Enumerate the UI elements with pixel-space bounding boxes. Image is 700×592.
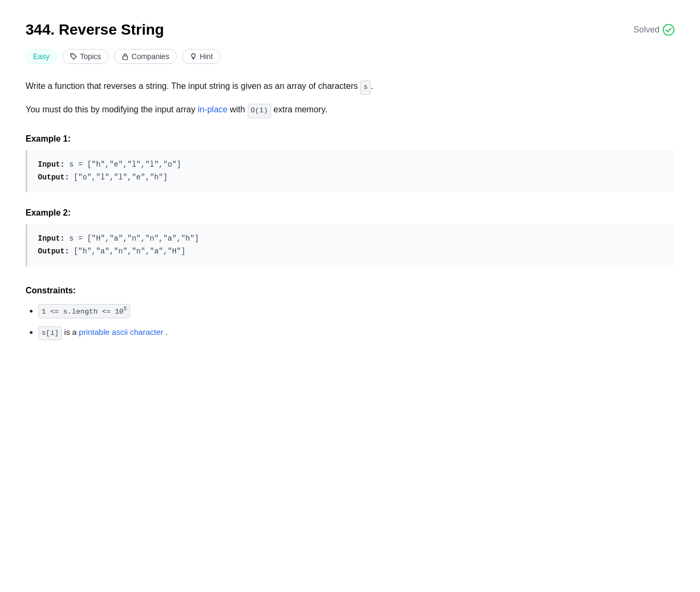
tag-icon (70, 53, 77, 60)
lock-icon (121, 53, 129, 60)
constraint-item-1: 1 <= s.length <= 105 (38, 304, 674, 318)
lightbulb-icon (190, 53, 197, 60)
printable-ascii-link[interactable]: printable ascii character (79, 327, 163, 336)
problem-description: Write a function that reverses a string.… (26, 79, 674, 118)
constraint-2-code: s[i] (38, 326, 62, 340)
constraint-list: 1 <= s.length <= 105 s[i] is a printable… (26, 304, 674, 340)
problem-header: 344. Reverse String Solved (26, 21, 674, 38)
svg-point-1 (72, 55, 73, 56)
svg-rect-2 (123, 56, 127, 60)
example-1-title: Example 1: (26, 134, 674, 144)
tag-topics[interactable]: Topics (62, 49, 109, 64)
tags-row: Easy Topics Companies Hint (26, 49, 674, 64)
constraint-1-code: 1 <= s.length <= 105 (38, 304, 130, 318)
solved-label: Solved (633, 25, 660, 35)
example-2-title: Example 2: (26, 208, 674, 218)
example-1-code: Input: s = ["h","e","l","l","o"] Output:… (26, 150, 674, 193)
hint-label: Hint (200, 52, 213, 61)
solved-check-icon (663, 24, 674, 36)
tag-hint[interactable]: Hint (182, 49, 221, 64)
svg-point-0 (663, 24, 674, 35)
constraints-section: Constraints: 1 <= s.length <= 105 s[i] i… (26, 286, 674, 340)
description-line2: You must do this by modifying the input … (26, 102, 674, 118)
example-1: Example 1: Input: s = ["h","e","l","l","… (26, 134, 674, 193)
problem-number: 344. (26, 21, 55, 38)
topics-label: Topics (80, 52, 101, 61)
example-2: Example 2: Input: s = ["H","a","n","n","… (26, 208, 674, 267)
problem-title: 344. Reverse String (26, 21, 164, 38)
easy-label: Easy (33, 52, 50, 61)
code-o1: O(1) (248, 104, 271, 118)
tag-companies[interactable]: Companies (114, 49, 177, 64)
in-place-link[interactable]: in-place (198, 105, 227, 114)
description-line1: Write a function that reverses a string.… (26, 79, 674, 95)
solved-badge: Solved (633, 24, 674, 36)
constraints-title: Constraints: (26, 286, 674, 295)
example-2-code: Input: s = ["H","a","n","n","a","h"] Out… (26, 224, 674, 267)
companies-label: Companies (132, 52, 169, 61)
tag-easy[interactable]: Easy (26, 49, 57, 64)
code-s: s (360, 80, 371, 95)
problem-name: Reverse String (59, 21, 164, 38)
constraint-item-2: s[i] is a printable ascii character . (38, 326, 674, 340)
